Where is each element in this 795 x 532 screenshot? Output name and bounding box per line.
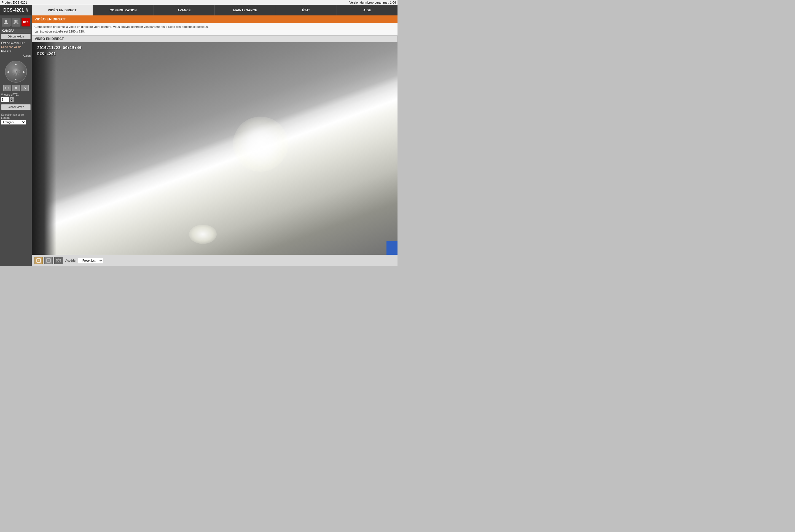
description-line1: Cette section présente la vidéo en direc… [35, 24, 395, 29]
nav-tabs: VIDÉO EN DIRECT CONFIGURATION AVANCÉ MAI… [32, 5, 398, 15]
svg-rect-12 [58, 259, 59, 260]
video-timestamp: 2019/11/23 00:15:49 [37, 45, 81, 50]
tab-aide[interactable]: AIDE [337, 5, 398, 15]
preset-select[interactable]: --Preset List-- [78, 258, 103, 263]
tab-avance[interactable]: AVANCÉ [154, 5, 214, 15]
io-value: Aucun [23, 54, 31, 57]
video-model: DCS-4201 [37, 52, 56, 56]
eptz-input-row: ▲ ▼ [1, 97, 31, 102]
ptz-up-arrow: ▲ [15, 62, 17, 65]
description-line2: La résolution actuelle est 1280 x 720. [35, 29, 395, 34]
io-label: État E/S: [1, 50, 12, 53]
ptz-wheel[interactable]: ▲ ▼ ◀ ▶ [5, 61, 27, 83]
eptz-spinner: ▲ ▼ [10, 97, 14, 102]
eptz-speed-input[interactable] [1, 97, 10, 102]
svg-point-11 [58, 260, 59, 262]
icon-btn-1[interactable]: 1 [35, 256, 43, 264]
svg-text:1: 1 [38, 260, 39, 262]
ptz-container: ▲ ▼ ◀ ▶ [1, 61, 31, 83]
sd-label: État de la carte SD: [1, 42, 25, 45]
rec-icon-btn[interactable]: REC [21, 18, 30, 26]
tab-etat[interactable]: ÉTAT [276, 5, 337, 15]
global-view-button[interactable]: Global View : [1, 104, 31, 110]
icon-btn-2[interactable]: 2 [44, 256, 53, 264]
io-value-row: Aucun [1, 54, 31, 58]
svg-point-0 [5, 20, 7, 22]
ptz-buttons: ⟷ ✕ ∿ [1, 85, 31, 91]
tab-maintenance[interactable]: MAINTENANCE [214, 5, 276, 15]
svg-point-5 [15, 71, 17, 73]
logout-button[interactable]: Déconnexion [1, 34, 31, 39]
people-icon-btn[interactable] [12, 18, 20, 26]
video-feed: 2019/11/23 00:15:49 DCS-4201 [32, 42, 398, 255]
title-bar: Produit: DCS-4201 Version du microprogra… [0, 0, 398, 5]
description-box: Cette section présente la vidéo en direc… [32, 23, 398, 36]
eptz-label: Vitesse ePTZ : [1, 93, 31, 96]
camera-section-label: CAMÉRA [1, 28, 31, 33]
svg-point-2 [16, 20, 18, 22]
svg-point-1 [14, 20, 16, 22]
ptz-minus-btn[interactable]: ⟷ [3, 85, 11, 91]
lang-label: Sélectionnez votre Langue [1, 113, 31, 119]
ptz-x-btn[interactable]: ✕ [12, 85, 20, 91]
sd-status: État de la carte SD: Carte non valide [1, 41, 31, 49]
tab-video-direct[interactable]: VIDÉO EN DIRECT [32, 5, 93, 15]
eptz-spin-down[interactable]: ▼ [10, 99, 14, 102]
tab-configuration[interactable]: CONFIGURATION [93, 5, 154, 15]
nav-brand: DCS-4201 // [0, 5, 32, 15]
svg-text:2: 2 [48, 260, 49, 262]
eptz-spin-up[interactable]: ▲ [10, 97, 14, 99]
ptz-wave-btn[interactable]: ∿ [21, 85, 29, 91]
video-blue-corner [386, 241, 398, 255]
main-layout: REC CAMÉRA Déconnexion État de la carte … [0, 15, 398, 266]
ptz-right-arrow: ▶ [23, 70, 25, 73]
language-select[interactable]: Français English Deutsch Español Italian… [1, 120, 26, 125]
ptz-down-arrow: ▼ [15, 78, 17, 81]
sd-value: Carte non valide [1, 45, 21, 49]
product-label: Produit: DCS-4201 [2, 1, 27, 4]
sidebar: REC CAMÉRA Déconnexion État de la carte … [0, 15, 32, 266]
content-area: VIDÉO EN DIRECT Cette section présente l… [32, 15, 398, 266]
firmware-label: Version du microprogramme : 1.04 [349, 1, 396, 4]
brand-slashes: // [26, 7, 29, 13]
video-container: 2019/11/23 00:15:49 DCS-4201 [32, 42, 398, 255]
subsection-header: VIDÉO EN DIRECT [32, 36, 398, 42]
acceder-label: Accéder [65, 259, 76, 262]
nav-bar: DCS-4201 // VIDÉO EN DIRECT CONFIGURATIO… [0, 5, 398, 15]
brand-name: DCS-4201 [3, 8, 24, 13]
video-dark-left [32, 42, 57, 255]
sidebar-top-icons: REC [1, 18, 31, 26]
io-status: État E/S: [1, 50, 31, 54]
ptz-left-arrow: ◀ [6, 70, 9, 73]
snapshot-btn[interactable] [54, 256, 62, 264]
bottom-toolbar: 1 2 Accéder --Preset List-- [32, 255, 398, 266]
ptz-center-btn[interactable] [12, 68, 20, 76]
section-header: VIDÉO EN DIRECT [32, 15, 398, 23]
person-icon-btn[interactable] [2, 18, 11, 26]
